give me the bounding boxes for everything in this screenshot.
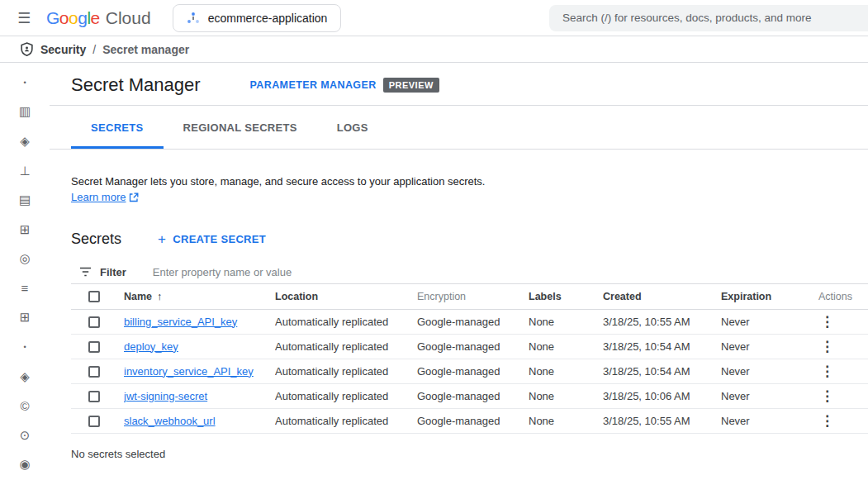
sidebar-item-8[interactable]: ≡ xyxy=(8,273,41,303)
sidebar-item-10[interactable]: • xyxy=(8,332,41,362)
logo-letter: e xyxy=(91,8,100,28)
search-bar[interactable] xyxy=(549,5,868,31)
apps-icon: ⊞ xyxy=(20,310,31,325)
main-panel: Secret Manager PARAMETER MANAGER PREVIEW… xyxy=(50,63,868,479)
network-icon: ⊞ xyxy=(20,222,31,237)
cell-location: Automatically replicated xyxy=(275,334,417,359)
cell-expiration: Never xyxy=(721,383,805,408)
column-header-labels: Labels xyxy=(529,284,603,309)
column-header-name[interactable]: Name↑ xyxy=(124,284,275,309)
sidebar-item-6[interactable]: ⊞ xyxy=(8,215,41,245)
row-actions-icon[interactable]: ⋮ xyxy=(817,414,837,428)
tab-secrets[interactable]: SECRETS xyxy=(71,106,164,149)
scan-icon: ◎ xyxy=(19,251,30,266)
menu-icon[interactable]: ☰ xyxy=(8,2,40,34)
secret-link[interactable]: inventory_service_API_key xyxy=(124,365,254,378)
project-name: ecommerce-application xyxy=(208,12,328,25)
page-header: Secret Manager PARAMETER MANAGER PREVIEW xyxy=(50,63,868,105)
table-row: inventory_service_API_key Automatically … xyxy=(71,359,868,383)
cell-encryption: Google-managed xyxy=(417,334,529,359)
table-row: deploy_key Automatically replicated Goog… xyxy=(71,334,868,359)
filter-input[interactable] xyxy=(153,266,868,278)
row-checkbox[interactable] xyxy=(88,366,100,378)
cell-expiration: Never xyxy=(721,309,805,334)
cell-labels: None xyxy=(529,334,603,359)
column-header-expiration: Expiration xyxy=(721,284,805,309)
table-header-row: Name↑ Location Encryption Labels Created… xyxy=(71,284,868,309)
sidebar-item-2[interactable]: ▥ xyxy=(8,97,41,127)
preview-badge: PREVIEW xyxy=(383,78,439,93)
sidebar-item-13[interactable]: ⊙ xyxy=(8,421,41,450)
chart-icon: ⊥ xyxy=(19,164,30,178)
secret-link[interactable]: slack_webhook_url xyxy=(124,415,216,427)
cell-created: 3/18/25, 10:55 AM xyxy=(603,408,721,433)
filter-icon xyxy=(79,267,92,277)
secret-link[interactable]: deploy_key xyxy=(124,340,178,353)
secret-link[interactable]: jwt-signing-secret xyxy=(124,390,207,402)
table-row: slack_webhook_url Automatically replicat… xyxy=(71,408,868,433)
logo-letter: o xyxy=(69,8,78,28)
dot-icon: • xyxy=(23,78,26,87)
sidebar-item-9[interactable]: ⊞ xyxy=(8,303,41,333)
search-input[interactable] xyxy=(562,12,868,24)
row-actions-icon[interactable]: ⋮ xyxy=(817,364,837,378)
cell-created: 3/18/25, 10:54 AM xyxy=(603,334,721,359)
row-checkbox[interactable] xyxy=(88,316,100,328)
breadcrumb-security[interactable]: Security xyxy=(40,43,86,56)
row-checkbox[interactable] xyxy=(88,341,100,353)
sidebar-item-1[interactable]: • xyxy=(8,68,41,97)
tab-bar: SECRETS REGIONAL SECRETS LOGS xyxy=(50,105,868,150)
secrets-section-header: Secrets + CREATE SECRET xyxy=(71,230,847,248)
plus-icon: + xyxy=(158,232,166,246)
page-description: Secret Manager lets you store, manage, a… xyxy=(71,173,847,189)
content-area: • ▥ ◈ ⊥ ▤ ⊞ ◎ ≡ ⊞ • ◈ © ⊙ ◉ Secret Manag… xyxy=(0,63,868,479)
shield-check-icon: ◈ xyxy=(20,369,30,384)
select-all-checkbox[interactable] xyxy=(88,291,100,302)
key-icon: ⊙ xyxy=(20,428,31,443)
row-checkbox[interactable] xyxy=(88,416,100,427)
cell-created: 3/18/25, 10:54 AM xyxy=(603,359,721,383)
row-actions-icon[interactable]: ⋮ xyxy=(817,315,837,329)
secrets-table: Name↑ Location Encryption Labels Created… xyxy=(71,284,868,434)
selection-status: No secrets selected xyxy=(71,448,868,460)
learn-more-link[interactable]: Learn more xyxy=(71,191,126,203)
dashboard-icon: ▥ xyxy=(19,104,31,119)
cell-encryption: Google-managed xyxy=(417,309,529,334)
logo-cloud-text: Cloud xyxy=(106,8,151,28)
top-bar: ☰ G o o g l e Cloud ecommerce-applicatio… xyxy=(0,0,868,36)
google-cloud-logo[interactable]: G o o g l e Cloud xyxy=(46,8,151,28)
sidebar-item-14[interactable]: ◉ xyxy=(8,450,41,480)
tab-regional-secrets[interactable]: REGIONAL SECRETS xyxy=(164,106,317,149)
cell-labels: None xyxy=(529,383,603,408)
column-header-actions: Actions xyxy=(805,284,868,309)
list-icon: ≡ xyxy=(21,281,29,295)
parameter-manager-link[interactable]: PARAMETER MANAGER xyxy=(250,79,377,91)
project-selector[interactable]: ecommerce-application xyxy=(173,4,342,32)
cell-expiration: Never xyxy=(721,334,805,359)
shield-icon: ◈ xyxy=(20,134,30,149)
row-checkbox[interactable] xyxy=(88,391,100,402)
row-actions-icon[interactable]: ⋮ xyxy=(817,389,837,403)
filter-label: Filter xyxy=(100,266,126,278)
row-actions-icon[interactable]: ⋮ xyxy=(817,340,837,354)
logo-letter: o xyxy=(59,8,69,28)
sidebar-item-4[interactable]: ⊥ xyxy=(8,156,41,186)
sidebar-item-5[interactable]: ▤ xyxy=(8,185,41,215)
external-link-icon xyxy=(129,192,139,202)
secrets-heading: Secrets xyxy=(71,230,121,248)
cell-labels: None xyxy=(529,408,603,433)
create-secret-button[interactable]: + CREATE SECRET xyxy=(158,232,266,246)
dot-icon: • xyxy=(23,343,26,351)
cell-encryption: Google-managed xyxy=(417,383,529,408)
secret-link[interactable]: billing_service_API_key xyxy=(124,316,237,328)
breadcrumb-page: Secret manager xyxy=(102,43,189,56)
tab-logs[interactable]: LOGS xyxy=(317,106,388,149)
sidebar-item-7[interactable]: ◎ xyxy=(8,244,41,273)
sidebar-item-11[interactable]: ◈ xyxy=(8,362,41,392)
sidebar-item-3[interactable]: ◈ xyxy=(8,126,41,156)
sidebar-item-12[interactable]: © xyxy=(8,391,41,421)
cell-created: 3/18/25, 10:55 AM xyxy=(603,309,721,334)
cell-created: 3/18/25, 10:06 AM xyxy=(603,383,721,408)
page-title: Secret Manager xyxy=(71,74,201,96)
table-row: billing_service_API_key Automatically re… xyxy=(71,309,868,334)
